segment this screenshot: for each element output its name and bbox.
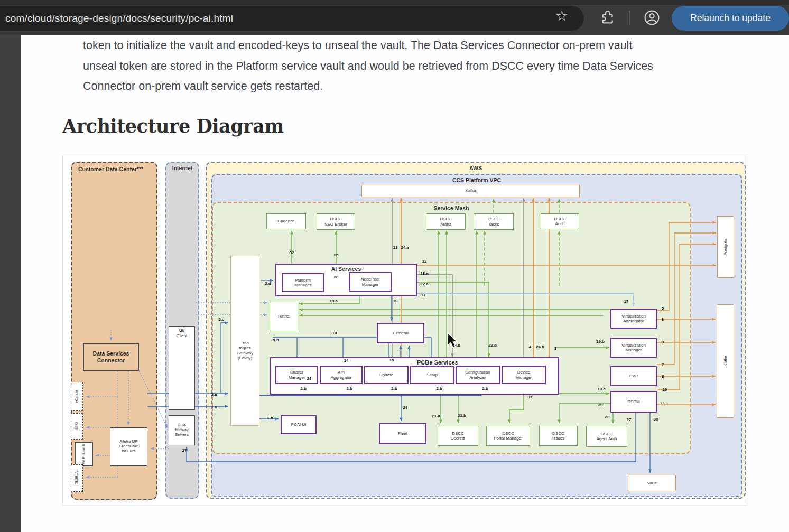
edge-label: 19.d xyxy=(271,338,279,342)
node-dscc-secrets: DSCCSecrets xyxy=(438,426,478,446)
edge-label: 27 xyxy=(627,417,632,422)
page-content: token to initialize the vault and encode… xyxy=(21,35,789,532)
edge-label: 26 xyxy=(403,405,408,410)
node-nodepool-manager: NodePoolManager xyxy=(349,272,392,292)
edge-label: 1.a xyxy=(211,405,217,409)
edge-label: 11 xyxy=(661,400,665,405)
node-esxi: ESXi xyxy=(71,413,83,440)
edge-label: 19.a xyxy=(329,298,338,303)
node-postgres: Postgres xyxy=(717,216,734,278)
node-rda-midway-servers: RDAMidwayServers xyxy=(169,415,195,445)
node-ezmeral: Ezmeral xyxy=(377,323,424,343)
edge-label: 26 xyxy=(307,376,312,381)
left-dark-panel xyxy=(0,35,21,532)
edge-label: 31 xyxy=(528,395,533,399)
node-api-aggregator: APIAggregator xyxy=(320,366,363,384)
edge-label: 9 xyxy=(662,340,664,344)
node-dscc-agent-auth: DSCCAgent Auth xyxy=(586,426,627,447)
edge-label: 17 xyxy=(421,293,426,297)
mouse-cursor xyxy=(447,332,460,349)
node-cadence: Cadence xyxy=(266,213,306,229)
edge-label: 6 xyxy=(662,317,664,322)
edge-label: 20 xyxy=(334,275,339,279)
node-kafka-right: Kafka xyxy=(717,304,734,418)
edge-label: 21.b xyxy=(458,413,466,418)
node-data-services-connector: Data ServicesConnector xyxy=(83,343,139,371)
edge-label: 2.b xyxy=(391,386,397,391)
node-dscm: DSCM xyxy=(610,391,657,413)
edge-label: 12 xyxy=(422,259,427,264)
edge-label: 2.b xyxy=(436,386,442,391)
node-pcai-ui: PCAI UI xyxy=(281,415,317,434)
paragraph-line: unseal token are stored in the Platform … xyxy=(83,56,767,77)
edge-label: 19.c xyxy=(597,387,606,391)
node-tunnel: Tunnel xyxy=(270,302,298,331)
edge-label: 19.b xyxy=(596,339,605,344)
edge-label: 30 xyxy=(654,417,658,422)
node-dscc-audit: DSCCAudit xyxy=(541,213,579,229)
edge-label: 8 xyxy=(662,374,664,379)
edge-label: 16 xyxy=(393,298,398,303)
edge-label: 15 xyxy=(389,358,394,362)
edge-label: 24.a xyxy=(401,245,409,250)
extensions-icon[interactable] xyxy=(599,10,615,25)
edge-label: 2.d xyxy=(265,281,271,286)
node-virtualization-aggregator: VirtualizationAggregator xyxy=(610,309,657,329)
body-paragraph: token to initialize the vault and encode… xyxy=(83,35,767,97)
edge-label: 5 xyxy=(662,306,664,311)
node-dscc-authz: DSCCAuthz xyxy=(426,213,466,230)
edge-label: 23.a xyxy=(420,271,429,276)
edge-label: 22.a xyxy=(420,282,429,286)
node-kafka-top: Kafka xyxy=(361,185,580,197)
relaunch-button[interactable]: Relaunch to update xyxy=(672,6,789,31)
node-virtualization-manager: VirtualizationManager xyxy=(610,338,657,358)
node-hpe-proliant: HPE ProLiant 8.0 xyxy=(75,442,93,466)
edge-label: 1.b xyxy=(267,416,273,421)
node-dscc-issues: DSCCIssues xyxy=(539,426,578,446)
node-fleet: Fleet xyxy=(379,423,426,444)
edge-label: 32 xyxy=(290,250,294,255)
paragraph-line: token to initialize the vault and encode… xyxy=(83,35,767,56)
node-vcenter: vCenter xyxy=(71,382,83,411)
edge-label: 27 xyxy=(182,448,187,453)
node-dscc-tasks: DSCCTasks xyxy=(474,213,514,230)
browser-toolbar: com/cloud/storage-design/docs/security/p… xyxy=(0,0,789,35)
address-bar[interactable]: com/cloud/storage-design/docs/security/p… xyxy=(0,6,584,31)
edge-label: 2.b xyxy=(482,386,488,391)
page-title: Architecture Diagram xyxy=(62,115,284,137)
edge-label: 28 xyxy=(605,415,610,419)
node-dl380a: DL380A xyxy=(71,464,83,492)
edge-label: 3 xyxy=(554,346,556,351)
node-istio-ingress-gateway: IstioIngresGateway(Envoy) xyxy=(230,256,259,426)
profile-icon[interactable] xyxy=(644,10,660,26)
node-ui-client: UI/Client xyxy=(169,326,195,410)
node-alletra-mp-greenlake: Alletra MPGreenLakefor Files xyxy=(110,427,147,466)
node-dscc-portal-manager: DSCCPortal Manager xyxy=(486,426,530,446)
edge-label: 7 xyxy=(662,362,664,367)
node-vault: Vault xyxy=(628,475,676,491)
edge-label: 2.a xyxy=(211,392,217,397)
edge-label: 21.a xyxy=(432,414,440,418)
edge-label: 2.b xyxy=(300,386,307,391)
edge-label: 18 xyxy=(332,331,337,335)
url-text[interactable]: com/cloud/storage-design/docs/security/p… xyxy=(0,13,233,24)
edge-label: 10 xyxy=(663,387,667,392)
toolbar-divider xyxy=(629,11,630,25)
edge-label: 24.b xyxy=(536,344,544,349)
edge-label: 4 xyxy=(529,344,531,349)
edge-label: 2.c xyxy=(218,317,224,322)
node-cvp: CVP xyxy=(610,366,657,386)
paragraph-line: Connector on-prem vault service gets res… xyxy=(83,76,767,97)
bookmark-star-icon[interactable]: ☆ xyxy=(555,9,568,23)
node-configuration-analyzer: ConfigurationAnalyzer xyxy=(456,366,500,384)
node-platform-manager: PlatformManager xyxy=(282,273,324,292)
node-dscc-sso-broker: DSCCSSO Broker xyxy=(317,213,355,230)
edge-label: 22.b xyxy=(488,343,497,348)
edge-label: 25 xyxy=(334,253,339,257)
node-setup: Setup xyxy=(410,366,454,384)
edge-label: 14 xyxy=(344,358,349,363)
node-device-manager: DeviceManager xyxy=(502,366,546,384)
architecture-diagram: Customer Data Center***InternetAWSCCS Pl… xyxy=(62,156,747,506)
edge-label: 13 xyxy=(393,245,398,250)
edge-label: 29 xyxy=(598,403,603,407)
